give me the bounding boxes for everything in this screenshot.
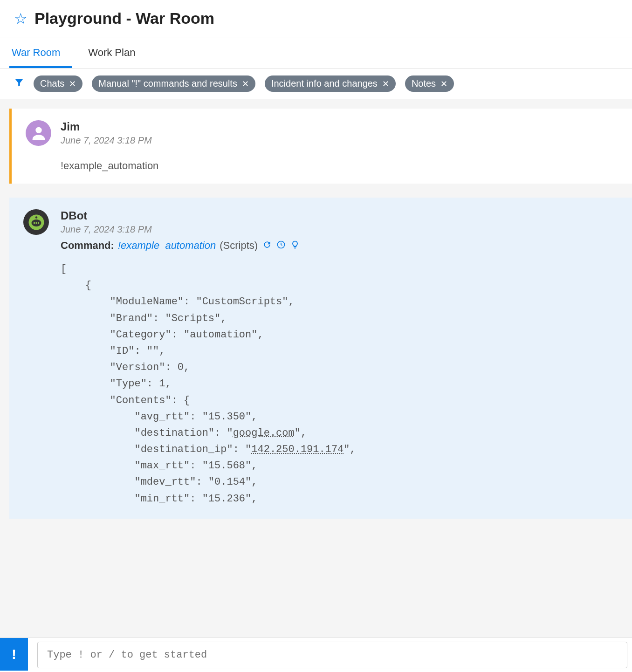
clock-icon[interactable] [276,240,286,252]
command-context: (Scripts) [220,240,258,252]
svg-point-4 [33,222,35,224]
close-icon[interactable]: ✕ [382,79,389,89]
chip-label: Notes [412,78,436,89]
tab-war-room[interactable]: War Room [9,37,72,68]
filter-bar: Chats ✕ Manual "!" commands and results … [0,69,632,99]
lightbulb-icon[interactable] [290,240,300,252]
tabs-bar: War Room Work Plan [0,37,632,69]
filter-chips: Chats ✕ Manual "!" commands and results … [34,75,454,92]
message-timestamp: June 7, 2024 3:18 PM [61,135,152,146]
command-label: Command: [61,240,114,252]
chip-label: Incident info and changes [271,78,378,89]
avatar [23,209,49,235]
message-meta: Jim June 7, 2024 3:18 PM [61,120,152,146]
command-text[interactable]: !example_automation [118,240,216,252]
svg-point-0 [35,127,41,133]
chip-manual-commands[interactable]: Manual "!" commands and results ✕ [92,75,255,92]
svg-point-2 [35,216,37,219]
message-meta: DBot June 7, 2024 3:18 PM [61,209,618,235]
chip-incident-info[interactable]: Incident info and changes ✕ [265,75,396,92]
page-header: ☆ Playground - War Room [0,0,632,37]
avatar [26,120,51,146]
chip-label: Chats [40,78,64,89]
star-icon[interactable]: ☆ [14,10,27,27]
page-title: Playground - War Room [34,9,214,27]
message-bot: DBot June 7, 2024 3:18 PM Command: !exam… [9,198,632,519]
message-user: Jim June 7, 2024 3:18 PM !example_automa… [9,109,632,184]
rerun-icon[interactable] [262,240,272,252]
filter-icon[interactable] [14,77,24,90]
command-line: Command: !example_automation (Scripts) [61,240,618,252]
message-author: Jim [61,120,152,133]
messages-list: Jim June 7, 2024 3:18 PM !example_automa… [0,99,632,542]
chip-label: Manual "!" commands and results [98,78,237,89]
json-output: [ { "ModuleName": "CustomScripts", "Bran… [61,261,618,507]
close-icon[interactable]: ✕ [242,79,249,89]
message-body: !example_automation [61,160,618,172]
close-icon[interactable]: ✕ [69,79,76,89]
svg-point-5 [35,222,37,224]
message-timestamp: June 7, 2024 3:18 PM [61,224,618,235]
tab-work-plan[interactable]: Work Plan [86,37,147,68]
chip-notes[interactable]: Notes ✕ [405,75,454,92]
message-header: Jim June 7, 2024 3:18 PM [26,120,618,146]
chip-chats[interactable]: Chats ✕ [34,75,82,92]
close-icon[interactable]: ✕ [440,79,447,89]
svg-point-6 [37,222,39,224]
message-author: DBot [61,209,618,222]
